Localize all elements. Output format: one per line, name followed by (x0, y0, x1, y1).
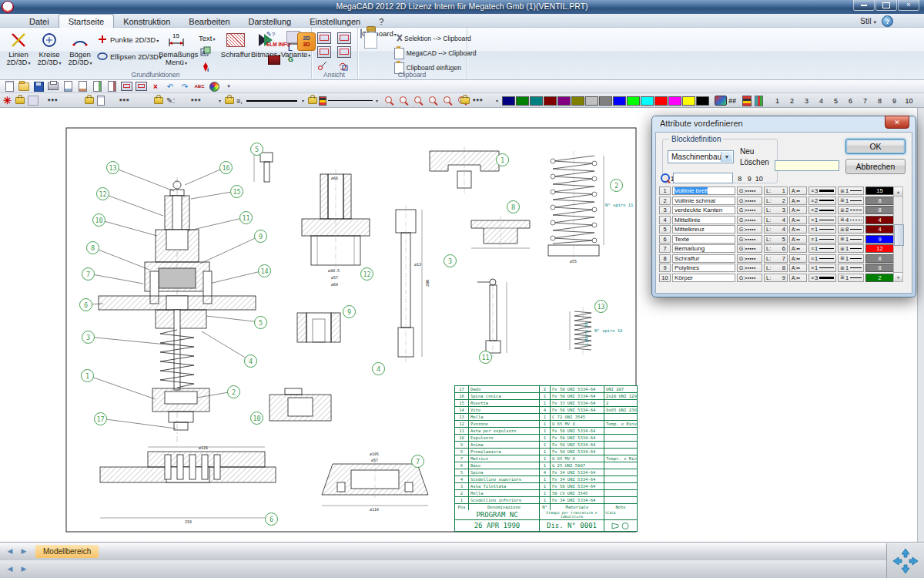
pen-number-1[interactable]: 1 (770, 97, 785, 105)
layer-lock-icon[interactable] (15, 93, 25, 108)
help-icon[interactable]: ? (882, 15, 893, 27)
crt-colors-icon[interactable] (715, 93, 727, 108)
text-button[interactable]: Text (199, 31, 215, 45)
color-swatch[interactable] (668, 96, 681, 106)
color-swatch-field[interactable]: 15 (865, 187, 894, 195)
block-number-10[interactable]: 10 (755, 175, 765, 183)
attribute-flags-field[interactable]: A:▪▪ (789, 206, 807, 214)
line-type-field[interactable]: ≣1 (838, 244, 864, 253)
print-icon[interactable] (47, 81, 59, 92)
color-swatch[interactable] (682, 96, 695, 106)
tab-einstellungen[interactable]: Einstellungen (300, 15, 370, 28)
scroll-thumb[interactable] (894, 224, 904, 246)
pen-field[interactable]: *** (191, 93, 202, 108)
color-swatch-field[interactable]: 2 (865, 274, 894, 282)
attribute-flags-field[interactable]: A:▪▪ (789, 216, 807, 224)
tab-darstellung[interactable]: Darstellung (239, 15, 301, 28)
color-swatch[interactable] (516, 96, 529, 106)
doc-search-icon[interactable] (76, 81, 89, 92)
row-index[interactable]: 10 (659, 274, 671, 282)
pen-number-10[interactable]: 10 (902, 97, 916, 105)
layer-name-field[interactable]: Mittelkreuz (672, 225, 735, 234)
block-number-9[interactable]: 9 (745, 175, 755, 183)
status-prev-icon[interactable]: ◀ (5, 563, 15, 575)
chevron-down-icon[interactable]: ▼ (721, 152, 732, 162)
linewidth-lock-ic[interactable] (225, 93, 234, 108)
textblock-button[interactable]: A (200, 45, 213, 59)
layer-number-field[interactable]: L:4 (764, 225, 788, 234)
group-flags-field[interactable]: G:▪▪▪▪▪ (737, 235, 762, 244)
megacad-to-clipboard-button[interactable]: MegaCAD --> Clipboard (394, 46, 477, 60)
linetype-dropdown-icon[interactable]: ▾ (374, 93, 380, 108)
sheet-prev-icon[interactable]: ◀ (5, 545, 15, 557)
line-type-field[interactable]: ≣2 (838, 206, 864, 214)
layer-l-icon[interactable]: L (288, 45, 293, 52)
kreise-button[interactable]: Kreise 2D/3D (34, 30, 65, 70)
ok-button[interactable]: OK (845, 139, 906, 154)
cancel-button[interactable]: Abbrechen (845, 159, 906, 174)
model-space-tab[interactable]: Modellbereich (35, 545, 99, 558)
view-zoom-button[interactable] (337, 31, 351, 45)
color-swatch[interactable] (613, 96, 626, 106)
color-swatch[interactable] (585, 96, 598, 106)
pen-number-4[interactable]: 4 (814, 97, 829, 105)
color-swatch[interactable] (641, 96, 654, 106)
layer-name-field[interactable]: Vollinie schmal (672, 197, 735, 205)
attribute-flags-field[interactable]: A:▪▪ (789, 274, 807, 282)
linetype-lock-icon[interactable] (308, 93, 317, 108)
qat-more-icon[interactable]: ▾ (223, 81, 235, 92)
line-width-field[interactable]: ≡1 (808, 225, 836, 234)
line-width-field[interactable]: ≡1 (808, 235, 836, 244)
color-swatch-field[interactable]: 8 (865, 206, 894, 214)
color-swatch[interactable] (557, 96, 571, 106)
pen-number-5[interactable]: 5 (829, 97, 843, 105)
line-type-field[interactable]: ≣1 (838, 187, 864, 195)
line-width-field[interactable]: ≡2 (808, 206, 836, 214)
filter-input[interactable] (673, 173, 733, 183)
pan-navigator[interactable] (886, 543, 924, 578)
neu-button[interactable]: Neu (740, 147, 754, 156)
open-file-icon[interactable] (18, 81, 30, 92)
color-swatch[interactable] (530, 96, 543, 106)
view-pan-button[interactable] (337, 45, 351, 59)
delete-icon[interactable]: × (149, 81, 162, 92)
blockdefinition-dropdown[interactable]: Maschinenbau ▼ (668, 150, 734, 163)
attribute-flags-field[interactable]: A:▪▪ (789, 244, 807, 253)
zoom-in-icon[interactable] (400, 96, 409, 106)
scroll-up-icon[interactable]: ▲ (894, 187, 902, 197)
line-width-field[interactable]: ≡3 (808, 274, 836, 282)
zoom-all-icon[interactable] (429, 96, 438, 106)
line-type-field[interactable]: ≣1 (838, 197, 864, 205)
layer-number-field[interactable]: L:6 (764, 244, 788, 253)
line-type-field[interactable]: ≣4 (838, 216, 864, 224)
vertical-scrollbar[interactable] (917, 108, 924, 542)
row-index[interactable]: 8 (659, 254, 671, 263)
layer-name-field[interactable]: Bemaßung (672, 244, 735, 253)
row-index[interactable]: 4 (659, 216, 671, 224)
snap-target-icon[interactable]: ✳ (3, 93, 12, 108)
attribute-flags-field[interactable]: A:▪▪ (789, 235, 807, 244)
book-icon[interactable] (268, 55, 280, 65)
search-icon[interactable] (661, 173, 671, 183)
loeschen-button[interactable]: Löschen (740, 158, 769, 166)
group-flags-field[interactable]: G:▪▪▪▪▪ (737, 187, 762, 195)
pen-number-7[interactable]: 7 (858, 97, 872, 105)
color-swatch[interactable] (599, 96, 612, 106)
group-g-icon[interactable]: G (288, 55, 293, 63)
status-next-icon[interactable]: ▶ (18, 563, 29, 575)
am-icon[interactable]: ✎? (266, 31, 275, 38)
row-index[interactable]: 3 (659, 206, 671, 214)
boegen-button[interactable]: Bögen 2D/3D (65, 30, 95, 70)
pen-number-6[interactable]: 6 (843, 97, 858, 105)
row-index[interactable]: 6 (659, 235, 671, 244)
zoom-window-icon[interactable] (414, 96, 424, 106)
color-swatch-field[interactable]: 8 (865, 197, 894, 205)
layer-field[interactable]: *** (48, 93, 59, 108)
tab-konstruktion[interactable]: Konstruktion (114, 15, 179, 28)
layer-number-field[interactable]: L:5 (764, 235, 788, 244)
attribute-flags-field[interactable]: A:▪▪ (789, 254, 807, 263)
color-swatch[interactable] (696, 96, 709, 106)
block-number-8[interactable]: 8 (735, 175, 745, 183)
view-split-button[interactable] (317, 45, 331, 59)
line-width-field[interactable]: ≡3 (808, 187, 836, 195)
